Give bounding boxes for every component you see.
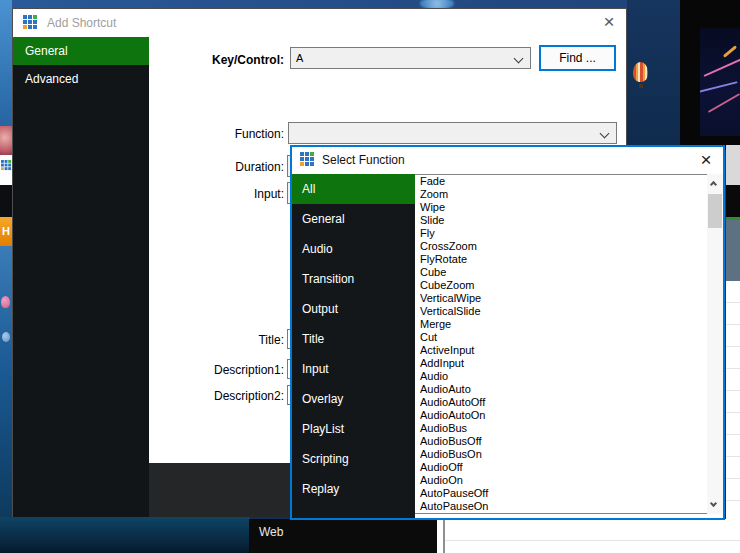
function-select[interactable] [288,122,617,144]
function-item[interactable]: VerticalSlide [415,305,707,318]
scroll-up-icon[interactable] [710,181,717,188]
desktop: H Web Add Shortcut × GeneralAdvanced Key… [0,0,740,553]
function-item[interactable]: FlyRotate [415,253,707,266]
vmix-logo-icon [1,160,11,170]
fireworks-thumbnail [700,28,740,136]
find-button[interactable]: Find ... [539,45,616,71]
category-item[interactable]: Input [292,354,415,384]
key-control-select[interactable]: A [290,47,531,69]
function-item[interactable]: Wipe [415,201,707,214]
category-item[interactable]: Transition [292,264,415,294]
vmix-logo-icon [23,15,37,29]
function-list-scrollbar[interactable] [707,174,723,514]
function-item[interactable]: Fly [415,227,707,240]
function-item[interactable]: AudioOn [415,474,707,487]
function-category-list: AllGeneralAudioTransitionOutputTitleInpu… [292,174,415,518]
background-window-fragment [0,185,12,217]
function-item[interactable]: Merge [415,318,707,331]
chevron-down-icon [600,129,610,139]
background-window-sliver [726,145,740,185]
chevron-down-icon [514,54,524,64]
vmix-logo-icon [300,152,314,166]
function-item[interactable]: Cube [415,266,707,279]
orange-badge: H [0,217,12,246]
function-item[interactable]: AudioBusOff [415,435,707,448]
function-item[interactable]: AudioOff [415,461,707,474]
title-field-label: Title: [143,333,284,347]
category-item[interactable]: Output [292,294,415,324]
hot-air-balloon-icon [633,62,648,82]
close-icon[interactable]: × [594,9,624,37]
description1-label: Description1: [143,363,284,377]
background-table [445,519,740,553]
function-item[interactable]: AudioAuto [415,383,707,396]
wallpaper-sky-fragment [0,246,12,517]
key-control-label: Key/Control: [143,53,284,67]
description2-label: Description2: [143,389,284,403]
function-item[interactable]: AddInput [415,357,707,370]
scrollbar-thumb[interactable] [708,194,722,228]
function-label: Function: [143,127,284,141]
function-item[interactable]: CubeZoom [415,279,707,292]
balloon-basket-icon [639,84,643,88]
background-table-sliver [726,281,740,553]
function-item[interactable]: AudioAutoOn [415,409,707,422]
add-shortcut-sidebar: GeneralAdvanced [13,37,149,517]
category-item[interactable]: General [292,204,415,234]
input-label: Input: [143,187,284,201]
background-window-sliver [726,220,740,281]
wallpaper-balloon-fragment [0,126,12,155]
web-panel[interactable]: Web [249,519,437,553]
function-item[interactable]: AutoPauseOn [415,500,707,513]
category-item[interactable]: Replay [292,474,415,504]
sidebar-tab[interactable]: General [13,37,149,65]
function-item[interactable]: AudioBusOn [415,448,707,461]
scroll-down-icon[interactable] [710,500,717,507]
category-item[interactable]: Audio [292,234,415,264]
function-list: FadeZoomWipeSlideFlyCrossZoomFlyRotateCu… [415,174,707,514]
balloon-icon [2,332,10,342]
key-control-value: A [296,52,303,64]
function-item[interactable]: Cut [415,331,707,344]
category-item[interactable]: Overlay [292,384,415,414]
category-item[interactable]: Title [292,324,415,354]
category-item[interactable]: PlayList [292,414,415,444]
add-shortcut-title: Add Shortcut [47,9,116,37]
category-item[interactable]: Scripting [292,444,415,474]
wallpaper-water-fragment [0,517,250,553]
function-item[interactable]: Slide [415,214,707,227]
function-item[interactable]: VerticalWipe [415,292,707,305]
balloon-icon [1,296,10,308]
sidebar-tab[interactable]: Advanced [13,65,149,93]
function-item[interactable]: Fade [415,175,707,188]
function-item[interactable]: Zoom [415,188,707,201]
function-item[interactable]: AudioAutoOff [415,396,707,409]
function-item[interactable]: Audio [415,370,707,383]
category-item[interactable]: All [292,174,415,204]
close-icon[interactable]: × [691,147,721,174]
function-item[interactable]: CrossZoom [415,240,707,253]
function-item[interactable]: AudioBus [415,422,707,435]
select-function-title: Select Function [322,147,405,174]
duration-label: Duration: [143,160,284,174]
function-item[interactable]: ActiveInput [415,344,707,357]
select-function-dialog: Select Function × AllGeneralAudioTransit… [290,145,725,520]
background-window-sliver [726,185,740,217]
function-item[interactable]: AutoPauseOff [415,487,707,500]
